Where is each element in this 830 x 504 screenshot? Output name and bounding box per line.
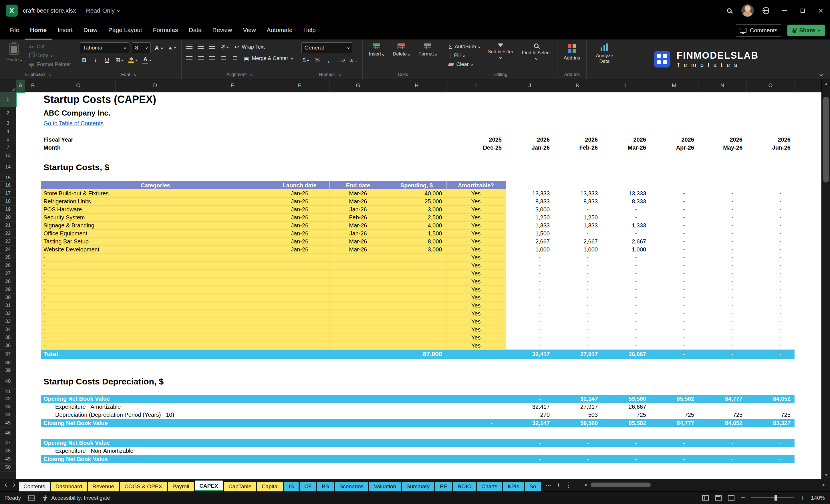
amortizable-cell[interactable]: Yes (446, 238, 506, 245)
category-cell[interactable]: - (41, 270, 270, 278)
amortizable-cell[interactable]: Yes (446, 213, 506, 221)
total-label[interactable]: Total (41, 350, 270, 359)
launch-date-cell[interactable]: Jan-26 (270, 229, 329, 238)
month-value-cell[interactable]: - (554, 285, 602, 293)
dep-value-cell[interactable]: - (506, 395, 554, 403)
dep-value-cell[interactable]: - (698, 447, 746, 455)
dep-i-cell[interactable] (446, 455, 506, 463)
launch-date-cell[interactable]: Jan-26 (270, 221, 329, 229)
row-header[interactable]: 4 (0, 128, 16, 135)
spending-cell[interactable]: 40,000 (387, 189, 446, 197)
sheet-tab[interactable]: Valuation (369, 482, 401, 492)
total-month-value[interactable]: - (698, 350, 746, 359)
sheet-menu-icon[interactable]: ⋮ (566, 481, 572, 489)
month-value-cell[interactable]: - (506, 253, 554, 261)
category-cell[interactable]: POS Hardware (41, 206, 270, 213)
month-value-cell[interactable]: 8,333 (602, 197, 650, 206)
launch-date-cell[interactable] (270, 293, 329, 302)
row-header[interactable]: 33 (0, 317, 16, 325)
tabs-scroll-right-icon[interactable] (12, 483, 15, 487)
category-cell[interactable]: - (41, 278, 270, 285)
wrap-text-button[interactable]: ↩Wrap Text (232, 43, 266, 52)
month-value-cell[interactable]: - (554, 278, 602, 285)
dialog-launcher-icon[interactable]: ↘ (48, 72, 51, 77)
spending-cell[interactable]: 1,500 (387, 229, 446, 238)
month-value-cell[interactable]: 1,500 (506, 229, 554, 238)
month-value-cell[interactable]: - (746, 189, 795, 197)
dep-i-cell[interactable] (446, 439, 506, 447)
total-spending[interactable]: 87,000 (387, 350, 446, 359)
month-value-cell[interactable]: - (602, 213, 650, 221)
sheet-tab[interactable]: Contents (19, 482, 50, 492)
increase-indent-button[interactable] (231, 54, 240, 63)
month-value-cell[interactable]: - (650, 189, 698, 197)
end-date-cell[interactable]: Feb-26 (329, 213, 387, 221)
dep-label[interactable]: Closing Net Book Value (41, 455, 446, 463)
tab-insert[interactable]: Insert (52, 21, 78, 39)
month-value-cell[interactable]: - (746, 325, 795, 334)
category-cell[interactable]: Office Equipment (41, 229, 270, 238)
cell[interactable]: Jan-26 (506, 144, 554, 152)
end-date-cell[interactable] (329, 310, 387, 317)
month-value-cell[interactable]: - (602, 325, 650, 334)
month-value-cell[interactable]: - (746, 229, 795, 238)
row-header[interactable]: 23 (0, 238, 16, 245)
bold-button[interactable]: B (80, 56, 88, 65)
month-value-cell[interactable]: - (554, 293, 602, 302)
cell[interactable]: Jun-26 (746, 144, 795, 152)
dep-label[interactable]: Depreciation (Depreciation Period (Years… (41, 411, 446, 419)
month-value-cell[interactable]: 13,333 (554, 189, 602, 197)
launch-date-cell[interactable] (270, 261, 329, 270)
column-header[interactable]: B (25, 80, 41, 92)
month-value-cell[interactable]: - (650, 293, 698, 302)
dep-value-cell[interactable]: 270 (506, 411, 554, 419)
month-value-cell[interactable]: - (746, 245, 795, 253)
dep-value-cell[interactable]: 84,777 (698, 395, 746, 403)
month-value-cell[interactable]: 1,000 (554, 245, 602, 253)
tab-file[interactable]: File (4, 21, 25, 39)
align-right-button[interactable] (208, 54, 217, 63)
column-header[interactable]: I (446, 80, 506, 92)
month-value-cell[interactable]: 1,250 (554, 213, 602, 221)
launch-date-cell[interactable] (270, 278, 329, 285)
share-button[interactable]: Share (787, 25, 825, 36)
row-header[interactable]: 35 (0, 334, 16, 342)
category-cell[interactable]: Store Build-out & Fixtures (41, 189, 270, 197)
row-header[interactable]: 7 (0, 144, 16, 152)
zoom-out-icon[interactable]: − (741, 494, 745, 502)
dep-value-cell[interactable]: - (746, 447, 795, 455)
cell[interactable]: 2026 (506, 135, 554, 144)
spending-cell[interactable] (387, 253, 446, 261)
month-value-cell[interactable]: - (698, 238, 746, 245)
dep-i-cell[interactable] (446, 395, 506, 403)
month-value-cell[interactable]: - (746, 334, 795, 342)
spending-cell[interactable]: 2,500 (387, 213, 446, 221)
month-value-cell[interactable]: - (746, 302, 795, 310)
row-header[interactable]: 3 (0, 119, 16, 128)
dep-value-cell[interactable]: 26,667 (602, 403, 650, 411)
dep-value-cell[interactable]: - (698, 439, 746, 447)
month-value-cell[interactable]: - (650, 261, 698, 270)
dep-i-cell[interactable]: - (446, 403, 506, 411)
end-date-cell[interactable]: Jan-26 (329, 229, 387, 238)
font-size-select[interactable]: 8 (132, 42, 151, 53)
amortizable-cell[interactable]: Yes (446, 261, 506, 270)
launch-date-cell[interactable] (270, 302, 329, 310)
row-header[interactable]: 31 (0, 302, 16, 310)
month-value-cell[interactable]: - (698, 317, 746, 325)
borders-button[interactable]: ⊞ (114, 56, 124, 65)
spending-cell[interactable]: 3,000 (387, 206, 446, 213)
percent-button[interactable]: % (313, 56, 321, 65)
more-sheets-icon[interactable]: ⋯ (545, 481, 552, 489)
row-header[interactable]: 36 (0, 342, 16, 350)
horizontal-scrollbar-thumb[interactable] (590, 482, 651, 487)
column-header[interactable]: J (506, 80, 554, 92)
dep-value-cell[interactable]: 84,052 (746, 395, 795, 403)
month-value-cell[interactable]: - (602, 285, 650, 293)
month-value-cell[interactable]: - (698, 342, 746, 350)
month-value-cell[interactable]: - (698, 261, 746, 270)
row-header[interactable]: 34 (0, 325, 16, 334)
comments-button[interactable]: Comments (735, 24, 783, 37)
dep-value-cell[interactable]: - (602, 455, 650, 463)
merge-center-button[interactable]: ▣Merge & Center (242, 54, 294, 63)
